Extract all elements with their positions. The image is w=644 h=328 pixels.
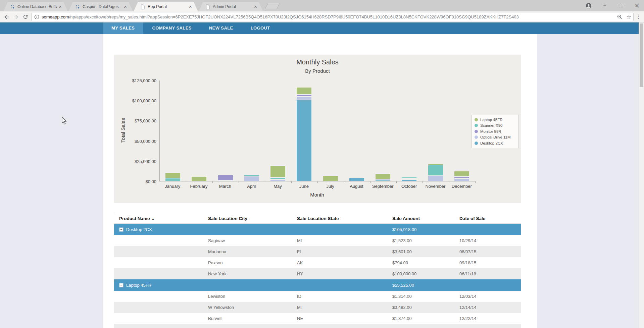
address-bar: someapp.com/np/apps/exceltoweb/reps/my_s… xyxy=(0,11,644,22)
tab-rep-portal[interactable]: Rep Portal✕ xyxy=(134,2,198,11)
bar-november[interactable] xyxy=(423,80,449,181)
bar-june[interactable] xyxy=(291,80,317,181)
column-header-sale-location-city[interactable]: Sale Location City xyxy=(208,216,297,221)
bar-september[interactable] xyxy=(370,80,396,181)
table-header-row: Product Name▲Sale Location CitySale Loca… xyxy=(114,213,521,224)
legend-item-scanner-x90: Scanner X90 xyxy=(475,123,515,129)
monthly-sales-chart: Monthly Sales By Product Total Sales $12… xyxy=(114,55,521,203)
collapse-icon[interactable]: − xyxy=(119,283,123,287)
table-row[interactable]: MariannaFL$3,601.0008/07/15 xyxy=(114,246,521,257)
bar-march[interactable] xyxy=(212,80,239,181)
bar-december[interactable] xyxy=(449,80,475,181)
url-field[interactable]: someapp.com/np/apps/exceltoweb/reps/my_s… xyxy=(31,13,634,21)
nav-item-logout[interactable]: LOGOUT xyxy=(242,22,279,34)
group-row-desktop-2cx[interactable]: −Desktop 2CX$105,918.00 xyxy=(114,224,521,235)
cell-city: Burwell xyxy=(208,316,297,321)
cell-amount: $794.00 xyxy=(392,260,459,265)
bar-january[interactable] xyxy=(160,80,186,181)
cell-amount: $1,523.00 xyxy=(392,238,459,243)
group-row-laptop-45fr[interactable]: −Laptop 45FR$55,525.00 xyxy=(114,279,521,291)
table-row[interactable]: SaginawMI$1,523.0010/29/14 xyxy=(114,235,521,246)
bar-july[interactable] xyxy=(317,80,344,181)
tab-admin-portal[interactable]: Admin Portal✕ xyxy=(199,2,263,11)
bar-february[interactable] xyxy=(186,80,212,181)
page-scrollbar[interactable] xyxy=(639,22,644,328)
x-tick-mark xyxy=(396,181,397,183)
tab-title: Admin Portal xyxy=(213,4,252,9)
y-tick-label: $25,000.00 xyxy=(114,159,156,164)
bar-segment-scanner-x90 xyxy=(270,178,285,179)
tab-close-icon[interactable]: ✕ xyxy=(59,5,62,9)
x-tick-label: May xyxy=(264,184,291,189)
x-tick-mark xyxy=(239,181,239,183)
window-controls: – ✕ xyxy=(586,0,640,11)
cell-amount: $3,601.00 xyxy=(392,249,459,254)
group-name-cell: −Laptop 45FR xyxy=(114,283,208,288)
legend-item-optical-drive-11m: Optical Drive 11M xyxy=(475,134,515,141)
cell-city: Saginaw xyxy=(208,238,297,243)
close-button[interactable]: ✕ xyxy=(634,3,640,9)
minimize-button[interactable]: – xyxy=(602,2,608,8)
bar-april[interactable] xyxy=(239,80,265,181)
x-tick-label: March xyxy=(212,184,238,189)
back-icon[interactable] xyxy=(3,14,10,20)
table-row[interactable]: New YorkNY$100,000.0006/11/18 xyxy=(114,268,521,279)
tab-close-icon[interactable]: ✕ xyxy=(124,5,127,9)
bar-august[interactable] xyxy=(344,80,370,181)
column-header-sale-location-state[interactable]: Sale Location State xyxy=(297,216,392,221)
nav-item-new-sale[interactable]: NEW SALE xyxy=(200,22,242,34)
cell-state: ID xyxy=(297,294,392,299)
column-header-sale-amount[interactable]: Sale Amount xyxy=(392,216,459,221)
x-tick-mark xyxy=(423,181,423,183)
legend-item-laptop-45fr: Laptop 45FR xyxy=(475,117,515,123)
forward-icon[interactable] xyxy=(13,14,19,20)
tab-close-icon[interactable]: ✕ xyxy=(189,5,192,9)
x-tick-label: July xyxy=(317,184,343,189)
table-row[interactable]: W YellowstonMT$3,482.0012/14/14 xyxy=(114,302,521,313)
browser-menu-icon[interactable]: ⋮ xyxy=(636,13,641,20)
nav-item-company-sales[interactable]: COMPANY SALES xyxy=(143,22,200,34)
bar-segment-monitor-55r xyxy=(218,175,233,180)
table-row[interactable]: PaxsonAK$794.0009/18/15 xyxy=(114,257,521,268)
bar-segment-desktop-2cx xyxy=(376,180,390,181)
restore-button[interactable] xyxy=(618,3,624,9)
group-name-label: Desktop 2CX xyxy=(126,227,152,232)
zoom-in-icon[interactable] xyxy=(617,14,623,20)
collapse-icon[interactable]: − xyxy=(119,227,123,232)
bar-october[interactable] xyxy=(396,80,422,181)
y-tick-label: $75,000.00 xyxy=(114,118,156,123)
table-row[interactable]: LewistonID$1,314.0012/03/14 xyxy=(114,291,521,302)
x-tick-mark xyxy=(317,181,318,183)
new-tab-button[interactable] xyxy=(265,3,280,9)
x-tick-mark xyxy=(449,181,449,183)
table-row[interactable]: BurwellNE$1,374.0012/22/14 xyxy=(114,313,521,324)
group-name-label: Laptop 45FR xyxy=(126,283,151,288)
bar-segment-optical-drive-11m xyxy=(244,176,259,181)
tab-caspio-datapages[interactable]: Caspio - DataPages✕ xyxy=(68,2,133,11)
nav-item-my-sales[interactable]: MY SALES xyxy=(103,22,143,34)
scrollbar-thumb[interactable] xyxy=(640,23,643,87)
bar-segment-scanner-x90 xyxy=(244,175,259,176)
tab-close-icon[interactable]: ✕ xyxy=(254,5,257,9)
cell-date: 12/22/14 xyxy=(459,316,521,321)
bookmark-star-icon[interactable]: ☆ xyxy=(627,14,631,20)
group-name-cell: −Desktop 2CX xyxy=(114,227,208,232)
bar-segment-optical-drive-11m xyxy=(428,176,443,181)
column-header-date-of-sale[interactable]: Date of Sale xyxy=(459,216,521,221)
x-tick-label: September xyxy=(370,184,396,189)
tab-online-database-softwar[interactable]: Online Database Softwar✕ xyxy=(3,2,68,11)
x-tick-label: June xyxy=(291,184,317,189)
x-tick-mark xyxy=(344,181,344,183)
cell-amount: $3,482.00 xyxy=(392,305,459,310)
column-header-product-name[interactable]: Product Name▲ xyxy=(114,216,208,221)
legend-item-monitor-55r: Monitor 55R xyxy=(475,128,515,134)
cell-date: 09/18/15 xyxy=(459,260,521,265)
bar-segment-laptop-45fr xyxy=(297,88,311,94)
y-tick-label: $50,000.00 xyxy=(114,139,156,144)
info-icon[interactable] xyxy=(34,14,39,19)
bar-may[interactable] xyxy=(265,80,291,181)
reload-icon[interactable] xyxy=(22,14,29,20)
bar-segment-laptop-45fr xyxy=(323,176,338,181)
profile-icon[interactable] xyxy=(586,3,592,9)
bar-segment-laptop-45fr xyxy=(192,177,206,181)
